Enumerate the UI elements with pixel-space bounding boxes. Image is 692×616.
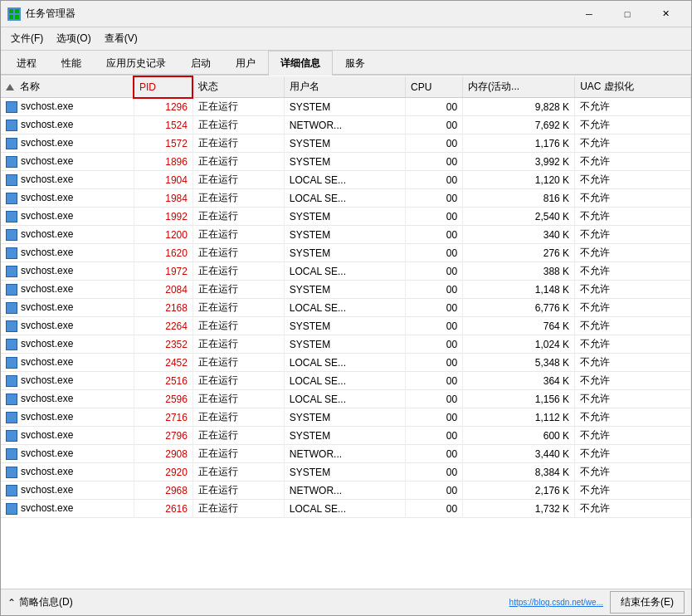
watermark-text: https://blog.csdn.net/we... <box>509 598 603 607</box>
table-row[interactable]: svchost.exe1896正在运行SYSTEM003,992 K不允许 <box>1 153 691 171</box>
table-row[interactable]: svchost.exe2352正在运行SYSTEM001,024 K不允许 <box>1 335 691 354</box>
cell-uac: 不允许 <box>575 208 691 226</box>
process-icon <box>6 247 17 259</box>
cell-user: LOCAL SE... <box>284 354 405 372</box>
minimize-button[interactable]: ─ <box>570 3 608 25</box>
cell-cpu: 00 <box>406 116 463 134</box>
table-row[interactable]: svchost.exe2716正在运行SYSTEM001,112 K不允许 <box>1 408 691 427</box>
tab-users[interactable]: 用户 <box>223 51 268 76</box>
cell-memory: 6,776 K <box>463 299 575 317</box>
cell-name: svchost.exe <box>1 354 134 372</box>
toggle-details[interactable]: ⌃ 简略信息(D) <box>7 595 73 609</box>
table-row[interactable]: svchost.exe2616正在运行LOCAL SE...001,732 K不… <box>1 500 691 518</box>
cell-uac: 不允许 <box>575 299 691 317</box>
cell-user: SYSTEM <box>284 281 405 299</box>
table-row[interactable]: svchost.exe2596正在运行LOCAL SE...001,156 K不… <box>1 390 691 408</box>
col-header-pid[interactable]: PID <box>134 76 192 98</box>
table-row[interactable]: svchost.exe2264正在运行SYSTEM00764 K不允许 <box>1 317 691 335</box>
cell-uac: 不允许 <box>575 354 691 372</box>
tab-performance[interactable]: 性能 <box>49 51 94 76</box>
process-icon <box>6 503 17 515</box>
toggle-label[interactable]: 简略信息(D) <box>19 595 73 609</box>
cell-status: 正在运行 <box>192 281 284 299</box>
cell-user: LOCAL SE... <box>284 262 405 281</box>
cell-status: 正在运行 <box>192 463 284 482</box>
cell-name: svchost.exe <box>1 317 134 335</box>
table-row[interactable]: svchost.exe1572正在运行SYSTEM001,176 K不允许 <box>1 134 691 153</box>
task-manager-window: 任务管理器 ─ □ ✕ 文件(F) 选项(O) 查看(V) 进程 性能 应用历史… <box>0 0 692 616</box>
process-icon <box>6 193 17 204</box>
cell-name: svchost.exe <box>1 299 134 317</box>
table-row[interactable]: svchost.exe2796正在运行SYSTEM00600 K不允许 <box>1 427 691 445</box>
cell-name: svchost.exe <box>1 408 134 427</box>
tabs: 进程 性能 应用历史记录 启动 用户 详细信息 服务 <box>1 51 691 76</box>
cell-cpu: 00 <box>406 153 463 171</box>
cell-cpu: 00 <box>406 98 463 116</box>
cell-user: NETWOR... <box>284 482 405 500</box>
cell-name: svchost.exe <box>1 390 134 408</box>
col-header-user[interactable]: 用户名 <box>284 76 405 98</box>
table-row[interactable]: svchost.exe2084正在运行SYSTEM001,148 K不允许 <box>1 281 691 299</box>
menu-options[interactable]: 选项(O) <box>50 29 97 48</box>
cell-status: 正在运行 <box>192 153 284 171</box>
title-bar-left: 任务管理器 <box>7 7 76 21</box>
process-icon <box>6 284 17 296</box>
cell-memory: 340 K <box>463 226 575 244</box>
cell-memory: 816 K <box>463 189 575 208</box>
menu-file[interactable]: 文件(F) <box>4 29 50 48</box>
col-header-status[interactable]: 状态 <box>192 76 284 98</box>
tab-processes[interactable]: 进程 <box>4 51 49 76</box>
table-row[interactable]: svchost.exe2168正在运行LOCAL SE...006,776 K不… <box>1 299 691 317</box>
menu-view[interactable]: 查看(V) <box>98 29 144 48</box>
cell-pid: 2616 <box>134 500 192 518</box>
table-row[interactable]: svchost.exe1524正在运行NETWOR...007,692 K不允许 <box>1 116 691 134</box>
cell-cpu: 00 <box>406 427 463 445</box>
table-row[interactable]: svchost.exe1904正在运行LOCAL SE...001,120 K不… <box>1 171 691 189</box>
menu-bar: 文件(F) 选项(O) 查看(V) <box>1 27 691 51</box>
cell-uac: 不允许 <box>575 226 691 244</box>
cell-user: SYSTEM <box>284 153 405 171</box>
cell-name: svchost.exe <box>1 189 134 208</box>
close-button[interactable]: ✕ <box>646 3 685 25</box>
table-row[interactable]: svchost.exe1200正在运行SYSTEM00340 K不允许 <box>1 226 691 244</box>
end-task-button[interactable]: 结束任务(E) <box>610 591 685 614</box>
col-header-uac[interactable]: UAC 虚拟化 <box>575 76 691 98</box>
table-row[interactable]: svchost.exe2920正在运行SYSTEM008,384 K不允许 <box>1 463 691 482</box>
cell-uac: 不允许 <box>575 171 691 189</box>
process-icon <box>6 467 17 478</box>
cell-pid: 1620 <box>134 244 192 262</box>
table-row[interactable]: svchost.exe1296正在运行SYSTEM009,828 K不允许 <box>1 98 691 116</box>
col-header-cpu[interactable]: CPU <box>406 76 463 98</box>
maximize-button[interactable]: □ <box>608 3 646 25</box>
table-row[interactable]: svchost.exe2452正在运行LOCAL SE...005,348 K不… <box>1 354 691 372</box>
table-header-row: 名称 PID 状态 用户名 CP <box>1 76 691 98</box>
table-body: svchost.exe1296正在运行SYSTEM009,828 K不允许svc… <box>1 98 691 518</box>
cell-memory: 1,112 K <box>463 408 575 427</box>
col-header-memory[interactable]: 内存(活动... <box>463 76 575 98</box>
col-header-name[interactable]: 名称 <box>1 76 134 98</box>
table-row[interactable]: svchost.exe1620正在运行SYSTEM00276 K不允许 <box>1 244 691 262</box>
cell-cpu: 00 <box>406 372 463 390</box>
process-icon <box>6 229 17 241</box>
tab-app-history[interactable]: 应用历史记录 <box>94 51 178 76</box>
process-icon <box>6 339 17 350</box>
tab-startup[interactable]: 启动 <box>178 51 223 76</box>
cell-pid: 1904 <box>134 171 192 189</box>
table-row[interactable]: svchost.exe1972正在运行LOCAL SE...00388 K不允许 <box>1 262 691 281</box>
title-bar: 任务管理器 ─ □ ✕ <box>1 1 691 27</box>
table-row[interactable]: svchost.exe1992正在运行SYSTEM002,540 K不允许 <box>1 208 691 226</box>
table-row[interactable]: svchost.exe2516正在运行LOCAL SE...00364 K不允许 <box>1 372 691 390</box>
cell-pid: 1992 <box>134 208 192 226</box>
cell-cpu: 00 <box>406 244 463 262</box>
cell-user: SYSTEM <box>284 317 405 335</box>
tab-services[interactable]: 服务 <box>333 51 378 76</box>
cell-memory: 276 K <box>463 244 575 262</box>
cell-pid: 2908 <box>134 445 192 463</box>
table-row[interactable]: svchost.exe1984正在运行LOCAL SE...00816 K不允许 <box>1 189 691 208</box>
cell-uac: 不允许 <box>575 482 691 500</box>
table-row[interactable]: svchost.exe2908正在运行NETWOR...003,440 K不允许 <box>1 445 691 463</box>
cell-status: 正在运行 <box>192 372 284 390</box>
table-row[interactable]: svchost.exe2968正在运行NETWOR...002,176 K不允许 <box>1 482 691 500</box>
table-wrapper[interactable]: 名称 PID 状态 用户名 CP <box>1 76 691 589</box>
tab-details[interactable]: 详细信息 <box>268 51 333 76</box>
